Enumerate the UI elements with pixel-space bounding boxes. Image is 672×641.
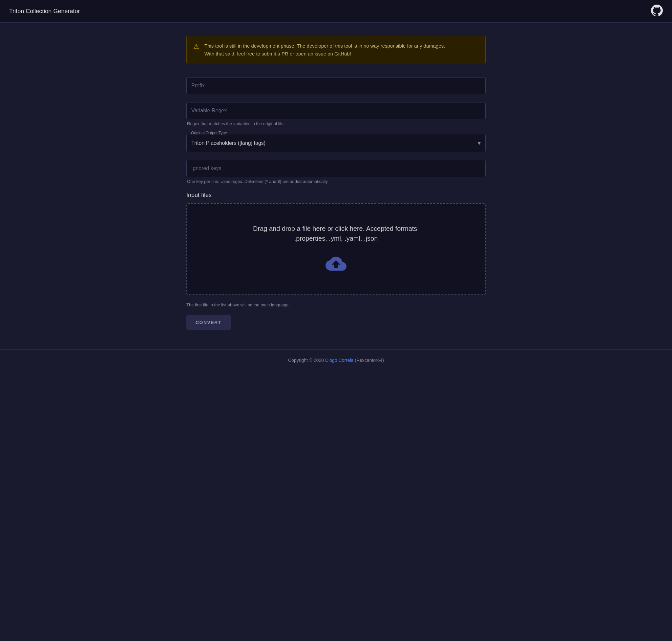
input-files-section: Input files Drag and drop a file here or… [186,192,486,295]
footer-author-link[interactable]: Diogo Correia [325,358,353,363]
warning-banner: ⚠ This tool is still in the development … [186,36,486,64]
app-title: Triton Collection Generator [9,8,80,15]
output-type-group: Original Output Type Triton Placeholders… [186,134,486,152]
file-drop-zone[interactable]: Drag and drop a file here or click here.… [186,203,486,295]
drop-zone-text: Drag and drop a file here or click here.… [238,223,434,243]
variable-regex-input[interactable] [186,102,486,119]
prefix-input[interactable] [186,77,486,94]
variable-regex-hint: Regex that matches the variables in the … [186,121,486,126]
github-icon [651,4,663,16]
ignored-keys-hint: One key per line. Uses regex. Delimiters… [186,179,486,184]
app-header: Triton Collection Generator [0,0,672,23]
ignored-keys-group: One key per line. Uses regex. Delimiters… [186,160,486,184]
footer-suffix: (Rexcantor64) [353,358,384,363]
input-files-title: Input files [186,192,486,199]
warning-text: This tool is still in the development ph… [205,42,445,58]
main-content: ⚠ This tool is still in the development … [179,23,493,350]
prefix-group [186,77,486,94]
page-footer: Copyright © 2020 Diogo Correia (Rexcanto… [0,350,672,371]
convert-section: The first file in the list above will be… [186,302,486,330]
upload-cloud-icon [325,253,347,274]
convert-button[interactable]: CONVERT [186,315,231,330]
output-type-label: Original Output Type [190,131,228,135]
warning-icon: ⚠ [193,42,199,50]
github-link[interactable] [651,4,663,18]
output-type-wrapper: Triton Placeholders ([lang] tags) Variab… [186,134,486,152]
file-hint-text: The first file in the list above will be… [186,302,486,308]
output-type-select[interactable]: Triton Placeholders ([lang] tags) Variab… [187,134,485,152]
variable-regex-group: Regex that matches the variables in the … [186,102,486,126]
ignored-keys-input[interactable] [186,160,486,177]
footer-copyright: Copyright © 2020 [288,358,325,363]
